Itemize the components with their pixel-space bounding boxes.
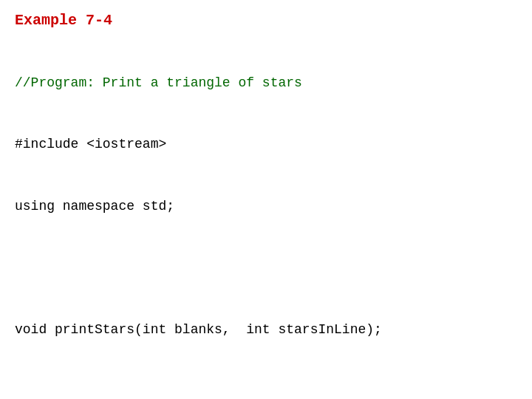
line-include: #include <iostream> bbox=[15, 134, 517, 155]
example-title: Example 7-4 bbox=[15, 12, 517, 29]
line-comment-program: //Program: Print a triangle of stars bbox=[15, 73, 517, 94]
blank-line-1 bbox=[15, 259, 517, 279]
code-block: //Program: Print a triangle of stars #in… bbox=[15, 32, 517, 399]
line-void-decl: void printStars(int blanks, int starsInL… bbox=[15, 320, 517, 341]
line-using: using namespace std; bbox=[15, 197, 517, 217]
comment-text: //Program: Print a triangle of stars bbox=[15, 75, 302, 90]
blank-line-2 bbox=[15, 382, 517, 399]
page-container: Example 7-4 //Program: Print a triangle … bbox=[15, 12, 517, 399]
